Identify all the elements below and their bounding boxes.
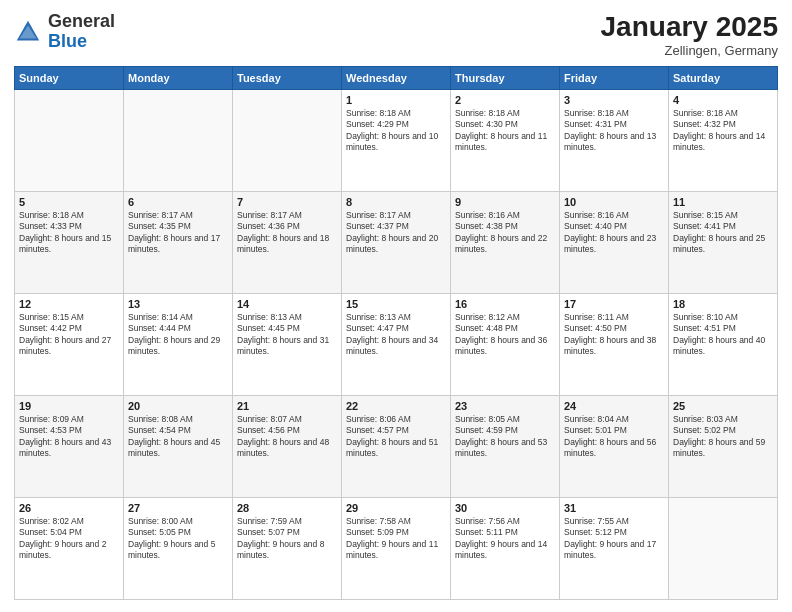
- day-info: Sunrise: 8:17 AM Sunset: 4:35 PM Dayligh…: [128, 210, 228, 256]
- weekday-header-wednesday: Wednesday: [342, 66, 451, 89]
- week-row-5: 26Sunrise: 8:02 AM Sunset: 5:04 PM Dayli…: [15, 497, 778, 599]
- day-info: Sunrise: 8:15 AM Sunset: 4:42 PM Dayligh…: [19, 312, 119, 358]
- day-number: 22: [346, 400, 446, 412]
- day-number: 25: [673, 400, 773, 412]
- day-cell: 23Sunrise: 8:05 AM Sunset: 4:59 PM Dayli…: [451, 395, 560, 497]
- day-cell: 7Sunrise: 8:17 AM Sunset: 4:36 PM Daylig…: [233, 191, 342, 293]
- day-number: 13: [128, 298, 228, 310]
- day-info: Sunrise: 8:16 AM Sunset: 4:40 PM Dayligh…: [564, 210, 664, 256]
- logo-text: General Blue: [48, 12, 115, 52]
- day-number: 27: [128, 502, 228, 514]
- day-info: Sunrise: 8:13 AM Sunset: 4:47 PM Dayligh…: [346, 312, 446, 358]
- calendar-body: 1Sunrise: 8:18 AM Sunset: 4:29 PM Daylig…: [15, 89, 778, 599]
- day-cell: 9Sunrise: 8:16 AM Sunset: 4:38 PM Daylig…: [451, 191, 560, 293]
- day-number: 17: [564, 298, 664, 310]
- day-info: Sunrise: 8:02 AM Sunset: 5:04 PM Dayligh…: [19, 516, 119, 562]
- day-info: Sunrise: 8:06 AM Sunset: 4:57 PM Dayligh…: [346, 414, 446, 460]
- day-cell: 27Sunrise: 8:00 AM Sunset: 5:05 PM Dayli…: [124, 497, 233, 599]
- day-info: Sunrise: 8:14 AM Sunset: 4:44 PM Dayligh…: [128, 312, 228, 358]
- day-info: Sunrise: 8:16 AM Sunset: 4:38 PM Dayligh…: [455, 210, 555, 256]
- logo-blue: Blue: [48, 31, 87, 51]
- week-row-2: 5Sunrise: 8:18 AM Sunset: 4:33 PM Daylig…: [15, 191, 778, 293]
- day-info: Sunrise: 7:55 AM Sunset: 5:12 PM Dayligh…: [564, 516, 664, 562]
- day-cell: 14Sunrise: 8:13 AM Sunset: 4:45 PM Dayli…: [233, 293, 342, 395]
- day-cell: 1Sunrise: 8:18 AM Sunset: 4:29 PM Daylig…: [342, 89, 451, 191]
- day-number: 23: [455, 400, 555, 412]
- day-info: Sunrise: 8:17 AM Sunset: 4:37 PM Dayligh…: [346, 210, 446, 256]
- day-number: 12: [19, 298, 119, 310]
- day-info: Sunrise: 8:00 AM Sunset: 5:05 PM Dayligh…: [128, 516, 228, 562]
- day-info: Sunrise: 8:18 AM Sunset: 4:31 PM Dayligh…: [564, 108, 664, 154]
- calendar-table: SundayMondayTuesdayWednesdayThursdayFrid…: [14, 66, 778, 600]
- day-number: 26: [19, 502, 119, 514]
- weekday-header-saturday: Saturday: [669, 66, 778, 89]
- day-number: 29: [346, 502, 446, 514]
- day-cell: 6Sunrise: 8:17 AM Sunset: 4:35 PM Daylig…: [124, 191, 233, 293]
- day-number: 7: [237, 196, 337, 208]
- day-info: Sunrise: 8:08 AM Sunset: 4:54 PM Dayligh…: [128, 414, 228, 460]
- day-number: 19: [19, 400, 119, 412]
- day-cell: 25Sunrise: 8:03 AM Sunset: 5:02 PM Dayli…: [669, 395, 778, 497]
- header: General Blue January 2025 Zellingen, Ger…: [14, 12, 778, 58]
- title-area: January 2025 Zellingen, Germany: [601, 12, 778, 58]
- day-info: Sunrise: 8:07 AM Sunset: 4:56 PM Dayligh…: [237, 414, 337, 460]
- day-number: 4: [673, 94, 773, 106]
- day-info: Sunrise: 8:18 AM Sunset: 4:33 PM Dayligh…: [19, 210, 119, 256]
- weekday-header-row: SundayMondayTuesdayWednesdayThursdayFrid…: [15, 66, 778, 89]
- day-number: 15: [346, 298, 446, 310]
- weekday-header-thursday: Thursday: [451, 66, 560, 89]
- day-number: 24: [564, 400, 664, 412]
- day-info: Sunrise: 8:18 AM Sunset: 4:30 PM Dayligh…: [455, 108, 555, 154]
- day-cell: 28Sunrise: 7:59 AM Sunset: 5:07 PM Dayli…: [233, 497, 342, 599]
- day-cell: [669, 497, 778, 599]
- weekday-header-tuesday: Tuesday: [233, 66, 342, 89]
- week-row-1: 1Sunrise: 8:18 AM Sunset: 4:29 PM Daylig…: [15, 89, 778, 191]
- weekday-header-monday: Monday: [124, 66, 233, 89]
- day-number: 8: [346, 196, 446, 208]
- day-number: 6: [128, 196, 228, 208]
- day-info: Sunrise: 8:10 AM Sunset: 4:51 PM Dayligh…: [673, 312, 773, 358]
- day-info: Sunrise: 8:12 AM Sunset: 4:48 PM Dayligh…: [455, 312, 555, 358]
- logo-general: General: [48, 11, 115, 31]
- day-cell: [15, 89, 124, 191]
- day-cell: 26Sunrise: 8:02 AM Sunset: 5:04 PM Dayli…: [15, 497, 124, 599]
- day-cell: 30Sunrise: 7:56 AM Sunset: 5:11 PM Dayli…: [451, 497, 560, 599]
- day-info: Sunrise: 8:18 AM Sunset: 4:32 PM Dayligh…: [673, 108, 773, 154]
- day-cell: 8Sunrise: 8:17 AM Sunset: 4:37 PM Daylig…: [342, 191, 451, 293]
- day-cell: 12Sunrise: 8:15 AM Sunset: 4:42 PM Dayli…: [15, 293, 124, 395]
- calendar-subtitle: Zellingen, Germany: [601, 43, 778, 58]
- day-cell: 11Sunrise: 8:15 AM Sunset: 4:41 PM Dayli…: [669, 191, 778, 293]
- day-cell: 19Sunrise: 8:09 AM Sunset: 4:53 PM Dayli…: [15, 395, 124, 497]
- day-number: 20: [128, 400, 228, 412]
- day-info: Sunrise: 8:18 AM Sunset: 4:29 PM Dayligh…: [346, 108, 446, 154]
- day-cell: 29Sunrise: 7:58 AM Sunset: 5:09 PM Dayli…: [342, 497, 451, 599]
- day-number: 30: [455, 502, 555, 514]
- day-info: Sunrise: 8:09 AM Sunset: 4:53 PM Dayligh…: [19, 414, 119, 460]
- day-number: 28: [237, 502, 337, 514]
- day-cell: 20Sunrise: 8:08 AM Sunset: 4:54 PM Dayli…: [124, 395, 233, 497]
- day-number: 3: [564, 94, 664, 106]
- day-info: Sunrise: 7:56 AM Sunset: 5:11 PM Dayligh…: [455, 516, 555, 562]
- day-cell: 2Sunrise: 8:18 AM Sunset: 4:30 PM Daylig…: [451, 89, 560, 191]
- day-cell: 18Sunrise: 8:10 AM Sunset: 4:51 PM Dayli…: [669, 293, 778, 395]
- calendar-title: January 2025: [601, 12, 778, 43]
- week-row-4: 19Sunrise: 8:09 AM Sunset: 4:53 PM Dayli…: [15, 395, 778, 497]
- weekday-header-friday: Friday: [560, 66, 669, 89]
- day-cell: 21Sunrise: 8:07 AM Sunset: 4:56 PM Dayli…: [233, 395, 342, 497]
- day-info: Sunrise: 7:58 AM Sunset: 5:09 PM Dayligh…: [346, 516, 446, 562]
- day-info: Sunrise: 8:13 AM Sunset: 4:45 PM Dayligh…: [237, 312, 337, 358]
- day-cell: 24Sunrise: 8:04 AM Sunset: 5:01 PM Dayli…: [560, 395, 669, 497]
- day-info: Sunrise: 8:05 AM Sunset: 4:59 PM Dayligh…: [455, 414, 555, 460]
- day-number: 10: [564, 196, 664, 208]
- day-number: 11: [673, 196, 773, 208]
- day-number: 1: [346, 94, 446, 106]
- day-cell: 3Sunrise: 8:18 AM Sunset: 4:31 PM Daylig…: [560, 89, 669, 191]
- day-cell: 17Sunrise: 8:11 AM Sunset: 4:50 PM Dayli…: [560, 293, 669, 395]
- day-cell: 16Sunrise: 8:12 AM Sunset: 4:48 PM Dayli…: [451, 293, 560, 395]
- day-cell: 31Sunrise: 7:55 AM Sunset: 5:12 PM Dayli…: [560, 497, 669, 599]
- day-cell: 5Sunrise: 8:18 AM Sunset: 4:33 PM Daylig…: [15, 191, 124, 293]
- day-number: 21: [237, 400, 337, 412]
- day-number: 5: [19, 196, 119, 208]
- logo: General Blue: [14, 12, 115, 52]
- page: General Blue January 2025 Zellingen, Ger…: [0, 0, 792, 612]
